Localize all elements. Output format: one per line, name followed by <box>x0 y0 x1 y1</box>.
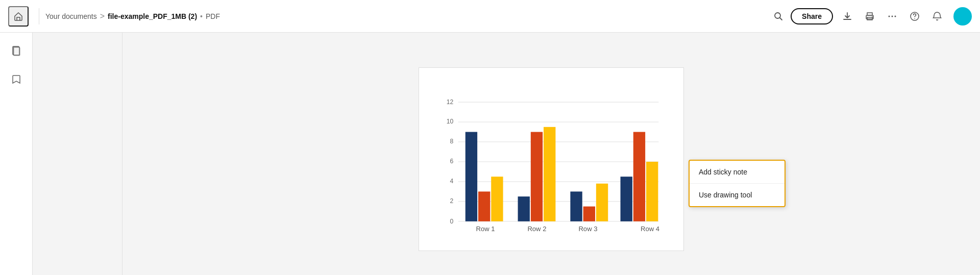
pages-icon <box>11 45 22 57</box>
breadcrumb-dot: • <box>200 12 203 20</box>
add-sticky-note-item[interactable]: Add sticky note <box>690 161 785 183</box>
share-button[interactable]: Share <box>791 8 833 24</box>
bar-row2-red <box>531 132 543 221</box>
chart-wrapper: 0 2 4 6 8 10 12 <box>419 57 684 251</box>
svg-point-0 <box>775 13 780 18</box>
bar-row2-yellow <box>544 127 555 221</box>
more-icon <box>887 11 897 21</box>
bookmark-icon <box>11 74 21 85</box>
svg-text:10: 10 <box>447 118 454 125</box>
svg-text:6: 6 <box>450 157 454 164</box>
bar-row4-red <box>633 132 645 221</box>
notifications-button[interactable] <box>927 6 947 27</box>
left-sidebar <box>0 33 33 275</box>
breadcrumb-your-docs[interactable]: Your documents <box>45 12 97 20</box>
svg-text:0: 0 <box>450 217 454 224</box>
more-button[interactable] <box>882 6 902 27</box>
search-icon <box>773 11 783 21</box>
bar-row1-red <box>478 191 490 221</box>
bar-row1-blue <box>465 132 477 221</box>
document-view: 0 2 4 6 8 10 12 <box>122 33 980 275</box>
bell-icon <box>932 11 942 21</box>
print-button[interactable] <box>860 6 880 27</box>
bar-row3-red <box>583 206 595 221</box>
bar-row3-blue <box>570 191 582 221</box>
bar-row4-yellow <box>646 162 658 221</box>
breadcrumb-separator: > <box>100 12 105 21</box>
svg-point-7 <box>895 15 896 17</box>
bar-row2-blue <box>518 196 530 221</box>
home-button[interactable] <box>8 6 29 27</box>
help-button[interactable] <box>904 6 925 27</box>
svg-text:Row 1: Row 1 <box>476 224 495 232</box>
context-menu: Add sticky note Use drawing tool <box>689 160 786 207</box>
svg-point-5 <box>889 15 890 17</box>
svg-point-6 <box>892 15 893 17</box>
thumbnail-panel <box>33 33 122 275</box>
sidebar-bookmarks-button[interactable] <box>6 69 27 90</box>
chart-container: 0 2 4 6 8 10 12 <box>419 67 684 251</box>
breadcrumb-type: PDF <box>206 12 220 20</box>
svg-text:Row 2: Row 2 <box>527 224 546 232</box>
sidebar-pages-button[interactable] <box>6 41 27 61</box>
avatar[interactable] <box>953 7 972 26</box>
use-drawing-tool-item[interactable]: Use drawing tool <box>690 184 785 206</box>
svg-point-9 <box>914 18 915 19</box>
svg-text:Row 4: Row 4 <box>641 224 659 232</box>
download-button[interactable] <box>837 6 857 27</box>
main-content: 0 2 4 6 8 10 12 <box>0 33 980 275</box>
top-header: Your documents > file-example_PDF_1MB (2… <box>0 0 980 33</box>
breadcrumb-filename: file-example_PDF_1MB (2) <box>108 12 197 20</box>
bar-row3-yellow <box>596 183 608 221</box>
search-button[interactable] <box>768 6 789 27</box>
svg-text:8: 8 <box>450 138 454 145</box>
header-divider <box>39 8 39 24</box>
svg-text:Row 3: Row 3 <box>578 224 597 232</box>
svg-rect-11 <box>14 47 20 56</box>
print-icon <box>865 11 875 21</box>
bar-row4-blue <box>621 177 632 221</box>
bar-chart: 0 2 4 6 8 10 12 <box>434 78 668 245</box>
svg-point-4 <box>872 16 873 17</box>
header-actions: Share <box>768 6 972 27</box>
download-icon <box>842 11 852 21</box>
breadcrumb: Your documents > file-example_PDF_1MB (2… <box>45 12 768 21</box>
svg-text:4: 4 <box>450 178 454 185</box>
svg-text:2: 2 <box>450 197 454 205</box>
help-icon <box>910 11 920 21</box>
svg-text:12: 12 <box>447 98 454 105</box>
home-icon <box>13 11 23 21</box>
bar-row1-yellow <box>491 177 503 221</box>
